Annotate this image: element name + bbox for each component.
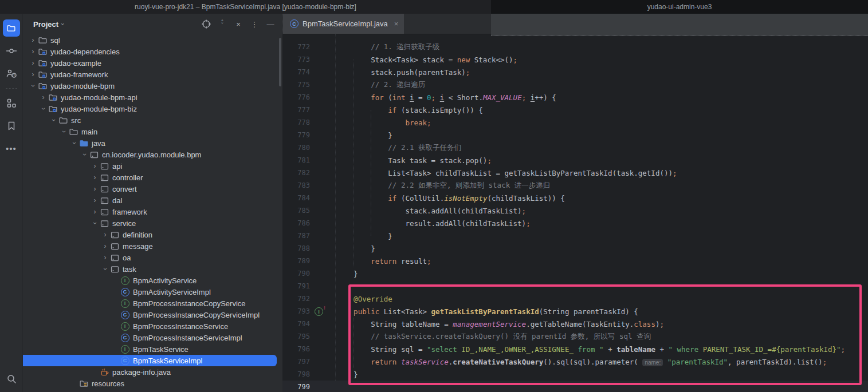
chevron-icon[interactable]: ›	[101, 231, 109, 239]
project-tool-button[interactable]	[3, 19, 20, 37]
line-number[interactable]: 783	[282, 181, 310, 189]
tree-item-bpmactivityserviceimpl[interactable]: CBpmActivityServiceImpl	[23, 286, 282, 298]
code-line-798[interactable]: 798 }	[282, 368, 868, 381]
tree-item-oa[interactable]: ›oa	[23, 252, 282, 263]
code-line-786[interactable]: 786 result.addAll(childTaskList);	[282, 217, 868, 229]
code-line-772[interactable]: 772 // 1. 递归获取子级	[282, 41, 868, 53]
line-number[interactable]: 777	[282, 106, 310, 114]
chevron-icon[interactable]: ›	[40, 105, 48, 113]
code-line-784[interactable]: 784 if (CollUtil.isNotEmpty(childTaskLis…	[282, 192, 868, 204]
code-line-785[interactable]: 785 stack.addAll(childTaskList);	[282, 204, 868, 217]
line-number[interactable]: 778	[282, 118, 310, 126]
pull-requests-tool-button[interactable]: ?	[3, 65, 20, 82]
line-number[interactable]: 797	[282, 358, 310, 366]
tree-item-bpmprocessinstancecopyservice[interactable]: IBpmProcessInstanceCopyService	[23, 298, 282, 309]
tree-item-main[interactable]: ›main	[23, 126, 282, 137]
tree-item-yudao-dependencies[interactable]: ›yudao-dependencies	[23, 46, 282, 57]
tab-bpmtaskserviceimpl[interactable]: C BpmTaskServiceImpl.java ×	[283, 14, 404, 34]
tree-item-message[interactable]: ›message	[23, 240, 282, 252]
code-line-774[interactable]: 774 stack.push(parentTask);	[282, 66, 868, 78]
tree-item-java[interactable]: ›java	[23, 137, 282, 149]
tree-item-src[interactable]: ›src	[23, 114, 282, 126]
code-line-778[interactable]: 778 break;	[282, 116, 868, 129]
tree-item-bpmtaskserviceimpl[interactable]: CBpmTaskServiceImpl	[23, 355, 277, 366]
chevron-down-icon[interactable]: ›	[60, 23, 66, 25]
tree-item-cn-iocoder-yudao-module-bpm[interactable]: ›cn.iocoder.yudao.module.bpm	[23, 149, 282, 160]
line-number[interactable]: 793	[282, 307, 310, 315]
chevron-icon[interactable]: ›	[91, 185, 99, 193]
line-number[interactable]: 795	[282, 332, 310, 340]
code-line-790[interactable]: 790 }	[282, 267, 868, 280]
line-number[interactable]: 776	[282, 93, 310, 101]
chevron-icon[interactable]: ›	[39, 93, 48, 101]
chevron-icon[interactable]: ›	[101, 242, 109, 250]
code-line-779[interactable]: 779 }	[282, 129, 868, 141]
project-panel-title[interactable]: Project	[33, 20, 58, 29]
line-number[interactable]: 781	[282, 156, 310, 164]
code-line-794[interactable]: 794 String tableName = managementService…	[282, 318, 868, 330]
line-number[interactable]: 790	[282, 270, 310, 278]
line-number[interactable]: 773	[282, 56, 310, 64]
code-line-797[interactable]: 797 return taskService.createNativeTaskQ…	[282, 355, 868, 368]
tree-item-sql[interactable]: ›sql	[23, 34, 282, 46]
tree-item-bpmtaskservice[interactable]: IBpmTaskService	[23, 343, 282, 355]
line-number[interactable]: 798	[282, 370, 310, 378]
tree-item-yudao-module-bpm[interactable]: ›yudao-module-bpm	[23, 80, 282, 92]
tree-item-framework[interactable]: ›framework	[23, 206, 282, 217]
code-line-793[interactable]: 793I↑ public List<Task> getTaskListByPar…	[282, 305, 868, 318]
tree-item-controller[interactable]: ›controller	[23, 172, 282, 183]
tree-item-bpmprocessinstanceservice[interactable]: IBpmProcessInstanceService	[23, 320, 282, 332]
line-number[interactable]: 789	[282, 257, 310, 265]
search-button[interactable]	[3, 370, 20, 387]
code-line-792[interactable]: 792 @Override	[282, 292, 868, 305]
code-line-791[interactable]: 791	[282, 280, 868, 292]
tree-item-yudao-module-bpm-api[interactable]: ›yudao-module-bpm-api	[23, 92, 282, 103]
tree-item-resources[interactable]: resources	[23, 378, 282, 389]
line-number[interactable]: 772	[282, 43, 310, 51]
code-line-773[interactable]: 773 Stack<Task> stack = new Stack<>();	[282, 53, 868, 66]
chevron-icon[interactable]: ›	[60, 128, 68, 136]
chevron-icon[interactable]: ›	[91, 173, 99, 181]
code-line-781[interactable]: 781 Task task = stack.pop();	[282, 154, 868, 167]
tree-item-dal[interactable]: ›dal	[23, 195, 282, 206]
code-line-780[interactable]: 780 // 2.1 获取子任务们	[282, 141, 868, 154]
chevron-icon[interactable]: ›	[29, 82, 37, 90]
chevron-icon[interactable]: ›	[29, 36, 37, 44]
collapse-all-button[interactable]: ×	[232, 18, 245, 30]
chevron-icon[interactable]: ›	[29, 47, 37, 56]
tree-item-yudao-example[interactable]: ›yudao-example	[23, 57, 282, 69]
hide-panel-button[interactable]: —	[264, 18, 277, 30]
line-number[interactable]: 792	[282, 295, 310, 303]
options-button[interactable]: ⋮	[248, 18, 261, 30]
code-line-796[interactable]: 796 String sql = "select ID_,NAME_,OWNER…	[282, 343, 868, 355]
chevron-icon[interactable]: ›	[101, 254, 109, 262]
tree-item-bpmactivityservice[interactable]: IBpmActivityService	[23, 275, 282, 286]
code-line-799[interactable]: 799	[282, 381, 868, 392]
tree-item-definition[interactable]: ›definition	[23, 229, 282, 240]
tree-item-task[interactable]: ›task	[23, 263, 282, 275]
code-line-795[interactable]: 795 // taskService.createTaskQuery() 没有 …	[282, 330, 868, 343]
tree-item-package-info-java[interactable]: package-info.java	[23, 366, 282, 378]
line-number[interactable]: 785	[282, 207, 310, 215]
tree-item-bpmprocessinstancecopyserviceimpl[interactable]: CBpmProcessInstanceCopyServiceImpl	[23, 309, 282, 320]
tree-item-yudao-framework[interactable]: ›yudao-framework	[23, 69, 282, 80]
line-number[interactable]: 779	[282, 131, 310, 139]
code-editor[interactable]: 772 // 1. 递归获取子级773 Stack<Task> stack = …	[282, 34, 868, 392]
code-line-775[interactable]: 775 // 2. 递归遍历	[282, 78, 868, 91]
line-number[interactable]: 775	[282, 81, 310, 89]
line-number[interactable]: 796	[282, 345, 310, 353]
line-number[interactable]: 799	[282, 383, 310, 391]
line-number[interactable]: 788	[282, 244, 310, 252]
chevron-icon[interactable]: ›	[101, 265, 109, 274]
expand-button[interactable]: ˆˇ	[216, 18, 229, 30]
tree-item-convert[interactable]: ›convert	[23, 183, 282, 195]
more-tools-button[interactable]: •••	[3, 140, 20, 157]
commit-tool-button[interactable]	[3, 42, 20, 60]
chevron-icon[interactable]: ›	[91, 208, 99, 216]
tree-item-yudao-module-bpm-biz[interactable]: ›yudao-module-bpm-biz	[23, 103, 282, 114]
panel-scrollbar[interactable]	[279, 38, 281, 86]
chevron-icon[interactable]: ›	[91, 162, 99, 170]
line-number[interactable]: 791	[282, 282, 310, 290]
chevron-icon[interactable]: ›	[29, 70, 37, 78]
chevron-icon[interactable]: ›	[50, 116, 58, 125]
